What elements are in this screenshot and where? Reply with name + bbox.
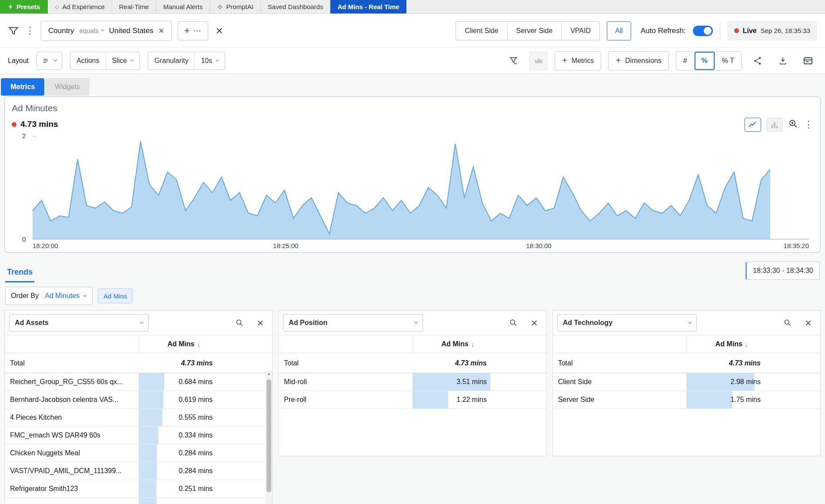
order-by-value: Ad Minutes bbox=[45, 292, 80, 300]
nav-tab-saved-dashboards[interactable]: Saved Dashboards bbox=[261, 0, 331, 13]
add-metrics-button[interactable]: + Metrics bbox=[555, 51, 601, 70]
table-row[interactable]: Server Side1.75 mins bbox=[553, 391, 820, 409]
share-icon[interactable] bbox=[748, 52, 767, 70]
close-panel-icon[interactable]: × bbox=[531, 317, 537, 328]
close-panel-icon[interactable]: × bbox=[805, 317, 812, 328]
column-header-row: Ad Mins ↓ bbox=[553, 335, 820, 353]
client-side-button[interactable]: Client Side bbox=[456, 22, 507, 40]
vpaid-button[interactable]: VPAID bbox=[562, 22, 599, 40]
scroll-up-icon[interactable]: ▲ bbox=[266, 371, 272, 376]
compare-chart-icon bbox=[529, 52, 548, 70]
table-row[interactable]: Refrigerator Smith1230.251 mins bbox=[5, 480, 272, 498]
x-axis-labels: 18:20:00 18:25:00 18:30:00 18:35:20 bbox=[33, 242, 809, 251]
format-percent-total-option[interactable]: % T bbox=[715, 52, 741, 70]
add-dimensions-button[interactable]: + Dimensions bbox=[608, 51, 669, 70]
dimension-select-ad-assets[interactable]: Ad Assets bbox=[9, 314, 149, 332]
layout-select-button[interactable] bbox=[37, 52, 62, 70]
plus-icon: + bbox=[615, 56, 621, 66]
nav-tab-ad-experience[interactable]: ◇ Ad Experience bbox=[48, 0, 112, 13]
row-value: 2.98 mins bbox=[731, 378, 761, 386]
label-column-header bbox=[5, 335, 139, 353]
row-label: Client Side bbox=[553, 378, 687, 386]
tab-metrics[interactable]: Metrics bbox=[1, 78, 44, 96]
x-tick-label: 18:35:20 bbox=[784, 242, 809, 249]
nav-tab-label: PromptAI bbox=[226, 3, 253, 10]
granularity-select[interactable]: 10s bbox=[194, 52, 225, 70]
all-button[interactable]: All bbox=[607, 21, 631, 40]
filter-funnel-icon[interactable] bbox=[8, 25, 19, 36]
search-icon[interactable] bbox=[783, 318, 792, 327]
filter-chip-country[interactable]: Country equals United States × bbox=[41, 21, 172, 41]
value-column-header[interactable]: Ad Mins ↓ bbox=[412, 335, 546, 353]
table-panel-ad-position: Ad Position × Ad Mins ↓ Total bbox=[278, 310, 546, 456]
value-bar bbox=[139, 373, 165, 391]
format-percent-option[interactable]: % bbox=[695, 52, 715, 70]
nav-tab-label: Manual Alerts bbox=[163, 3, 203, 10]
row-value: 0.251 mins bbox=[179, 485, 213, 493]
presets-label: Presets bbox=[17, 3, 40, 10]
presets-button[interactable]: Presets bbox=[0, 0, 48, 13]
live-status-chip[interactable]: Live Sep 26, 18:35:33 bbox=[727, 21, 817, 41]
row-value: 0.619 mins bbox=[179, 396, 213, 404]
value-column-header[interactable]: Ad Mins ↓ bbox=[686, 335, 820, 353]
value-column-header[interactable]: Ad Mins ↓ bbox=[139, 335, 273, 353]
dimension-select-ad-position[interactable]: Ad Position bbox=[283, 314, 422, 332]
table-row[interactable]: Reichert_Group_RG_CS55 60s qx...0.684 mi… bbox=[5, 373, 272, 391]
filter-operator-dropdown[interactable]: equals bbox=[80, 27, 104, 34]
auto-refresh-toggle[interactable] bbox=[693, 26, 713, 36]
table-row[interactable]: Mid-roll3.51 mins bbox=[279, 373, 546, 391]
download-icon[interactable] bbox=[774, 52, 792, 70]
sort-descending-icon: ↓ bbox=[197, 341, 200, 348]
card-view-icon[interactable] bbox=[799, 52, 817, 70]
dimension-title: Ad Technology bbox=[563, 319, 612, 327]
table-row[interactable]: Bernhard-Jacobson celentra VAS...0.619 m… bbox=[5, 391, 272, 409]
line-chart-toggle-icon[interactable] bbox=[745, 118, 761, 132]
filter-options-kebab-icon[interactable]: ⋮ bbox=[25, 26, 35, 36]
total-value: 4.73 mins bbox=[729, 359, 761, 367]
nav-tab-label: Saved Dashboards bbox=[268, 3, 323, 10]
metric-chip-ad-mins[interactable]: Ad Mins bbox=[98, 288, 133, 303]
filter-toggle-icon[interactable] bbox=[504, 52, 522, 70]
search-icon[interactable] bbox=[509, 318, 518, 327]
zoom-in-icon[interactable] bbox=[788, 119, 798, 131]
row-value: 0.334 mins bbox=[179, 431, 213, 439]
row-label: Bernhard-Jacobson celentra VAS... bbox=[5, 396, 139, 404]
table-row[interactable]: Pre-roll1.22 mins bbox=[279, 391, 546, 409]
metrics-button-label: Metrics bbox=[572, 57, 594, 65]
nav-tab-ad-mins-real-time[interactable]: Ad Mins - Real Time bbox=[330, 0, 406, 13]
value-header-label: Ad Mins bbox=[441, 340, 468, 348]
vertical-scrollbar[interactable]: ▲ bbox=[266, 371, 272, 504]
search-icon[interactable] bbox=[235, 318, 244, 327]
live-label: Live bbox=[743, 27, 757, 35]
close-panel-icon[interactable]: × bbox=[257, 317, 263, 328]
row-label: FMC_emach WS DAR49 60s bbox=[5, 431, 139, 439]
format-number-option[interactable]: # bbox=[676, 52, 695, 70]
add-filter-button[interactable]: + ⋯ bbox=[178, 21, 208, 40]
chart-kebab-menu-icon[interactable]: ⋮ bbox=[804, 120, 813, 129]
ellipsis-icon: ⋯ bbox=[193, 26, 202, 36]
nav-tab-real-time[interactable]: Real-Time bbox=[112, 0, 156, 13]
table-row[interactable] bbox=[5, 498, 272, 504]
table-row[interactable]: Client Side2.98 mins bbox=[553, 373, 820, 391]
remove-filter-icon[interactable]: × bbox=[159, 26, 164, 36]
order-by-select[interactable]: Ad Minutes bbox=[44, 292, 92, 300]
table-row[interactable]: FMC_emach WS DAR49 60s0.334 mins bbox=[5, 427, 272, 444]
order-by-group: Order By Ad Minutes bbox=[5, 287, 93, 305]
tab-trends[interactable]: Trends bbox=[5, 268, 34, 282]
chart-plot-area[interactable]: 2 0 bbox=[33, 136, 809, 239]
clear-filters-icon[interactable]: × bbox=[216, 25, 223, 37]
time-range-chip[interactable]: 18:33:30 - 18:34:30 bbox=[745, 262, 820, 280]
server-side-button[interactable]: Server Side bbox=[508, 22, 562, 40]
nav-tab-manual-alerts[interactable]: Manual Alerts bbox=[156, 0, 210, 13]
chevron-down-icon bbox=[216, 58, 219, 61]
tab-widgets[interactable]: Widgets bbox=[45, 78, 90, 96]
table-row[interactable]: VAST/VPAID_AMIL_DCM_111399...0.284 mins bbox=[5, 462, 272, 480]
y-axis-min-label: 0 bbox=[22, 235, 26, 243]
table-row[interactable]: 4 Pieces Kitchen0.555 mins bbox=[5, 409, 272, 427]
nav-tab-promptai[interactable]: PromptAI bbox=[210, 0, 261, 13]
scrollbar-thumb[interactable] bbox=[266, 379, 271, 492]
actions-select[interactable]: Slice bbox=[106, 52, 140, 70]
row-label: Pre-roll bbox=[279, 396, 412, 404]
table-row[interactable]: Chicken Nuggets Meal0.284 mins bbox=[5, 444, 272, 462]
dimension-select-ad-technology[interactable]: Ad Technology bbox=[557, 314, 697, 332]
